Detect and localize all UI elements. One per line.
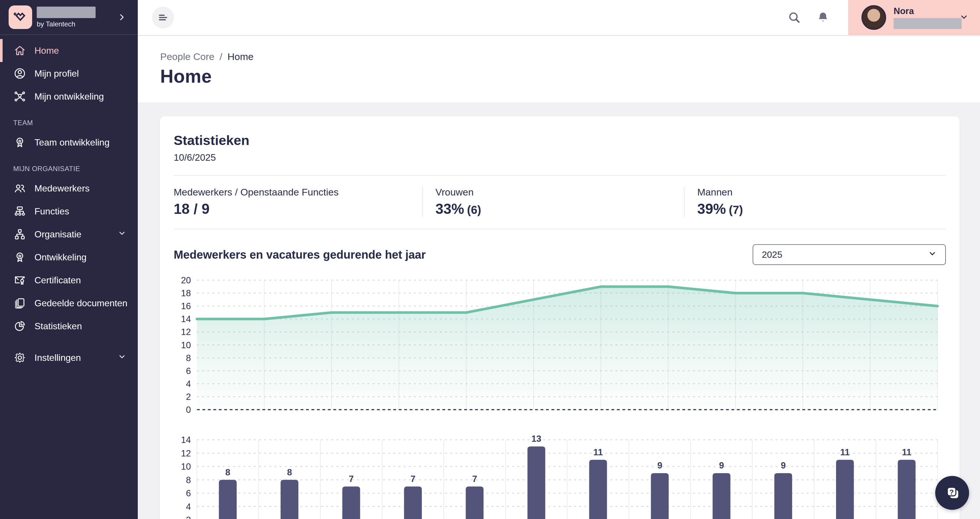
sidebar: by Talentech Home xyxy=(0,0,138,519)
svg-text:12: 12 xyxy=(181,327,191,337)
card-date: 10/6/2025 xyxy=(173,152,946,163)
svg-text:2: 2 xyxy=(186,515,191,519)
topbar-actions: Nora xyxy=(786,0,980,35)
svg-text:7: 7 xyxy=(410,474,415,484)
chart-header: Medewerkers en vacatures gedurende het j… xyxy=(173,244,946,265)
sidebar-item-gedeelde-documenten[interactable]: Gedeelde documenten xyxy=(0,291,138,315)
svg-text:4: 4 xyxy=(186,379,191,389)
chart-title: Medewerkers en vacatures gedurende het j… xyxy=(173,248,426,261)
development-network-icon xyxy=(13,90,26,103)
breadcrumb-separator: / xyxy=(220,51,222,62)
chevron-right-icon xyxy=(118,13,126,22)
app-name-redacted xyxy=(37,6,95,18)
svg-text:10: 10 xyxy=(181,340,191,350)
sidebar-item-mijn-profiel[interactable]: Mijn profiel xyxy=(0,62,138,85)
svg-text:?: ? xyxy=(949,488,954,496)
page-header: People Core / Home Home xyxy=(138,36,980,102)
sidebar-item-label: Instellingen xyxy=(35,352,81,363)
user-lastname-redacted xyxy=(894,18,962,29)
notifications-button[interactable] xyxy=(815,10,831,25)
sidebar-item-mijn-ontwikkeling[interactable]: Mijn ontwikkeling xyxy=(0,85,138,108)
chevron-down-icon[interactable] xyxy=(959,12,969,23)
svg-text:11: 11 xyxy=(840,447,850,457)
talentech-logo xyxy=(9,5,32,29)
svg-text:13: 13 xyxy=(531,434,541,444)
sidebar-section-team: TEAM xyxy=(0,108,138,131)
user-name: Nora xyxy=(894,6,962,16)
documents-icon xyxy=(13,296,26,310)
brand-row: by Talentech xyxy=(0,0,138,35)
user-menu[interactable]: Nora xyxy=(848,0,980,35)
svg-text:4: 4 xyxy=(186,502,191,512)
line-chart-area: 20181614121086420 xyxy=(173,275,946,415)
svg-text:8: 8 xyxy=(186,353,191,363)
breadcrumb: People Core / Home xyxy=(160,51,980,62)
svg-text:6: 6 xyxy=(186,366,191,376)
sidebar-item-statistieken[interactable]: Statistieken xyxy=(0,315,138,338)
brand-byline: by Talentech xyxy=(37,20,95,28)
svg-text:14: 14 xyxy=(181,314,191,324)
svg-text:10: 10 xyxy=(181,462,191,472)
stat-value: 39%(7) xyxy=(697,201,946,217)
medal-icon xyxy=(13,251,26,264)
svg-text:6: 6 xyxy=(186,488,191,498)
divider xyxy=(173,229,946,229)
sidebar-item-label: Functies xyxy=(35,206,69,217)
sidebar-item-label: Certificaten xyxy=(35,275,81,286)
sidebar-item-label: Ontwikkeling xyxy=(35,252,86,263)
help-button[interactable]: ? xyxy=(935,476,969,510)
sidebar-item-home[interactable]: Home xyxy=(0,39,138,62)
breadcrumb-current: Home xyxy=(228,51,253,62)
svg-text:7: 7 xyxy=(472,474,477,484)
chevron-down-icon[interactable] xyxy=(118,229,126,240)
sidebar-collapse-button[interactable] xyxy=(115,11,128,24)
sidebar-item-functies[interactable]: Functies xyxy=(0,200,138,223)
org-chart-icon xyxy=(13,205,26,218)
svg-text:12: 12 xyxy=(181,448,191,459)
sidebar-item-team-ontwikkeling[interactable]: Team ontwikkeling xyxy=(0,131,138,154)
hamburger-icon xyxy=(157,11,169,24)
topbar: Nora xyxy=(138,0,980,36)
breadcrumb-people-core[interactable]: People Core xyxy=(160,51,215,62)
svg-text:0: 0 xyxy=(186,405,191,415)
card-title: Statistieken xyxy=(173,132,946,148)
user-avatar xyxy=(861,5,886,30)
search-button[interactable] xyxy=(786,10,802,25)
svg-text:16: 16 xyxy=(181,301,191,311)
sidebar-nav: Home Mijn profiel xyxy=(0,35,138,369)
svg-text:11: 11 xyxy=(902,447,912,457)
sidebar-gap xyxy=(0,338,138,346)
stat-label: Medewerkers / Openstaande Functies xyxy=(173,186,422,198)
home-icon xyxy=(13,44,26,57)
svg-text:9: 9 xyxy=(719,460,724,471)
statistics-card: Statistieken 10/6/2025 Medewerkers / Ope… xyxy=(160,116,959,519)
sidebar-item-instellingen[interactable]: Instellingen xyxy=(0,346,138,369)
chevron-down-icon[interactable] xyxy=(118,352,126,363)
svg-text:8: 8 xyxy=(186,475,191,485)
help-chat-icon: ? xyxy=(943,484,961,502)
main-content: Statistieken 10/6/2025 Medewerkers / Ope… xyxy=(138,102,980,519)
page-title: Home xyxy=(160,66,980,87)
svg-text:8: 8 xyxy=(287,467,292,478)
year-select-value: 2025 xyxy=(762,250,782,260)
svg-text:9: 9 xyxy=(781,460,786,471)
gear-icon xyxy=(13,351,26,364)
sidebar-item-organisatie[interactable]: Organisatie xyxy=(0,223,138,246)
sidebar-item-ontwikkeling[interactable]: Ontwikkeling xyxy=(0,246,138,269)
sidebar-item-label: Mijn profiel xyxy=(35,68,79,79)
user-meta: Nora xyxy=(894,6,962,29)
svg-text:14: 14 xyxy=(181,435,191,445)
year-select[interactable]: 2025 xyxy=(752,244,946,265)
sidebar-item-certificaten[interactable]: Certificaten xyxy=(0,269,138,291)
svg-text:8: 8 xyxy=(225,467,230,478)
svg-text:20: 20 xyxy=(181,275,191,285)
stat-value: 33%(6) xyxy=(436,201,684,217)
certificate-icon xyxy=(13,274,26,287)
svg-text:7: 7 xyxy=(349,474,354,484)
menu-toggle-button[interactable] xyxy=(152,6,174,29)
medal-icon xyxy=(13,136,26,149)
stat-employees-vacancies: Medewerkers / Openstaande Functies 18 / … xyxy=(173,186,422,217)
sidebar-item-medewerkers[interactable]: Medewerkers xyxy=(0,177,138,200)
sidebar-item-label: Mijn ontwikkeling xyxy=(35,91,104,102)
sidebar-item-label: Organisatie xyxy=(35,229,81,240)
